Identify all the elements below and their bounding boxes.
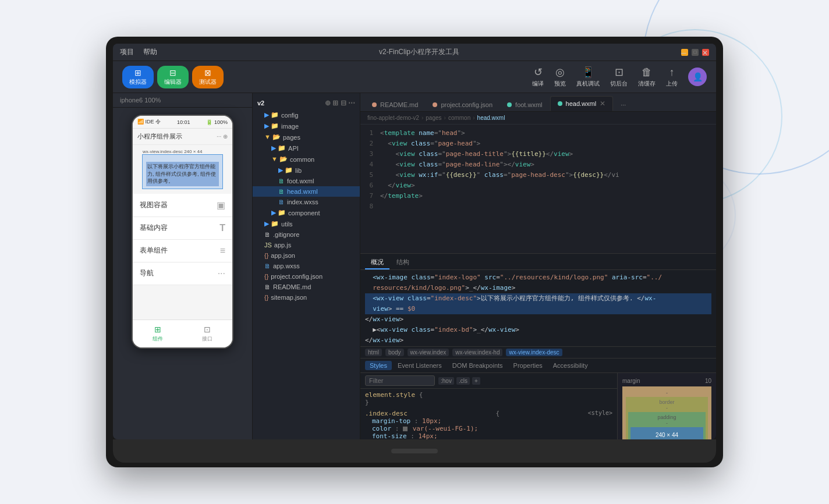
line-content-8 bbox=[380, 203, 384, 210]
background-button[interactable]: ⊡ 切后台 bbox=[610, 66, 628, 88]
filter-input[interactable] bbox=[365, 375, 435, 386]
elem-bc-wx-view-index-hd[interactable]: wx-view.index-hd bbox=[452, 349, 502, 356]
main-area: iphone6 100% 📶 IDE 令 10:01 🔋 100% 小程序组件展… bbox=[113, 93, 716, 439]
menu-item-view-container[interactable]: 视图容器 ▣ bbox=[133, 194, 232, 217]
highlight-label: wx-view.index-desc 240 × 44 bbox=[143, 149, 203, 154]
tab-head-wxml[interactable]: head.wxml ✕ bbox=[550, 96, 614, 111]
json-icon: {} bbox=[264, 252, 268, 259]
tree-common[interactable]: ▼ 📂 common bbox=[253, 154, 360, 165]
clear-cache-label: 清缓存 bbox=[638, 80, 656, 88]
filter-tags: :hov .cls + bbox=[438, 377, 480, 385]
bc-common: common bbox=[448, 115, 470, 121]
line-content-1: <template name="head"> bbox=[380, 129, 465, 137]
mode-tester-button[interactable]: ⊠ 测试器 bbox=[192, 66, 224, 88]
menu-item-help[interactable]: 帮助 bbox=[143, 47, 157, 57]
phone-device: 📶 IDE 令 10:01 🔋 100% 小程序组件展示 ··· ⊕ wx-vi bbox=[132, 115, 233, 349]
selector-2: .index-desc bbox=[365, 410, 408, 417]
tree-readme[interactable]: 🗎 README.md bbox=[253, 282, 360, 292]
tree-project-config[interactable]: {} project.config.json bbox=[253, 271, 360, 282]
upload-button[interactable]: ↑ 上传 bbox=[666, 66, 678, 88]
highlight-text-content: 以下将展示小程序官方组件能力, 组件样式仅供参考, 组件使用供参考。 bbox=[146, 162, 219, 186]
tree-component[interactable]: ▶ 📁 component bbox=[253, 207, 360, 218]
tree-lib-label: lib bbox=[295, 167, 302, 174]
tab-project-config[interactable]: project.config.json bbox=[426, 98, 499, 111]
tree-head-label: head.wxml bbox=[287, 188, 318, 195]
menu-item-basic-content[interactable]: 基础内容 T bbox=[133, 217, 232, 240]
style-tab-accessibility[interactable]: Accessibility bbox=[548, 361, 593, 370]
mode-simulator-button[interactable]: ⊞ 模拟器 bbox=[122, 66, 154, 88]
elem-bc-html[interactable]: html bbox=[365, 349, 382, 356]
filter-add[interactable]: + bbox=[472, 377, 480, 385]
style-tab-dom-breakpoints[interactable]: DOM Breakpoints bbox=[448, 361, 508, 370]
tab-readme[interactable]: README.md bbox=[365, 98, 425, 111]
menu-item-form[interactable]: 表单组件 ≡ bbox=[133, 240, 232, 262]
color-swatch bbox=[403, 427, 408, 431]
maximize-button[interactable]: □ bbox=[692, 49, 699, 56]
toolbar-actions: ↺ 编译 ◎ 预览 📱 真机调试 ⊡ 切后台 🗑 清缓存 bbox=[532, 66, 707, 88]
file-tree-root: v2 bbox=[257, 100, 264, 107]
tree-utils[interactable]: ▶ 📁 utils bbox=[253, 218, 360, 229]
tab-foot-wxml[interactable]: foot.wxml bbox=[500, 98, 549, 111]
menu-item-nav-icon: ··· bbox=[218, 268, 225, 279]
style-tab-event-listeners[interactable]: Event Listeners bbox=[393, 361, 447, 370]
simulator-icon: ⊞ bbox=[134, 68, 141, 77]
folder-open-icon: ▼ 📂 bbox=[271, 155, 288, 163]
tab-overview[interactable]: 概况 bbox=[365, 256, 389, 269]
nav-component-label: 组件 bbox=[153, 335, 163, 343]
tree-utils-label: utils bbox=[281, 221, 293, 228]
foot-wxml-tab-dot bbox=[507, 102, 512, 107]
mode-editor-button[interactable]: ⊟ 编辑器 bbox=[157, 66, 189, 88]
editor-tabs: README.md project.config.json foot.wxml … bbox=[360, 93, 716, 112]
tree-gitignore-label: .gitignore bbox=[273, 231, 299, 238]
elem-bc-wx-view-index-desc[interactable]: wx-view.index-desc bbox=[506, 349, 562, 356]
user-avatar[interactable]: 👤 bbox=[688, 68, 707, 86]
line-num-4: 4 bbox=[363, 161, 380, 168]
val-margin-top: 10px; bbox=[422, 417, 441, 425]
tree-index-wxss[interactable]: 🗎 index.wxss bbox=[253, 197, 360, 207]
filter-cls[interactable]: .cls bbox=[456, 377, 470, 385]
tab-close-icon[interactable]: ✕ bbox=[600, 100, 605, 108]
close-button[interactable]: ✕ bbox=[702, 49, 709, 56]
dom-line-5: </wx-view> bbox=[365, 314, 711, 325]
clear-cache-button[interactable]: 🗑 清缓存 bbox=[638, 66, 656, 88]
menu-item-project[interactable]: 项目 bbox=[120, 47, 134, 57]
tab-more[interactable]: ··· bbox=[614, 98, 633, 111]
dom-line-4: view> == $0 bbox=[365, 304, 711, 314]
tree-gitignore[interactable]: 🗎 .gitignore bbox=[253, 229, 360, 240]
preview-button[interactable]: ◎ 预览 bbox=[554, 66, 566, 88]
tree-app-json[interactable]: {} app.json bbox=[253, 250, 360, 261]
nav-component[interactable]: ⊞ 组件 bbox=[133, 320, 183, 347]
tab-structure[interactable]: 结构 bbox=[391, 256, 415, 269]
compile-button[interactable]: ↺ 编译 bbox=[532, 66, 544, 88]
tree-app-js[interactable]: JS app.js bbox=[253, 240, 360, 250]
tree-image[interactable]: ▶ 📁 image bbox=[253, 120, 360, 132]
tree-sitemap[interactable]: {} sitemap.json bbox=[253, 292, 360, 303]
phone-content: wx-view.index-desc 240 × 44 以下将展示小程序官方组件… bbox=[133, 145, 232, 320]
tree-pages[interactable]: ▼ 📂 pages bbox=[253, 132, 360, 143]
prop-color: color bbox=[372, 425, 391, 432]
tree-app-json-label: app.json bbox=[271, 252, 295, 259]
simulator-label: 模拟器 bbox=[129, 78, 147, 86]
minimize-button[interactable]: ─ bbox=[681, 49, 688, 56]
filter-hov[interactable]: :hov bbox=[438, 377, 454, 385]
elem-bc-body[interactable]: body bbox=[385, 349, 404, 356]
wxss-icon: 🗎 bbox=[278, 198, 285, 205]
style-tab-properties[interactable]: Properties bbox=[509, 361, 547, 370]
code-lines[interactable]: 1 <template name="head"> 2 <view class="… bbox=[360, 125, 716, 253]
project-config-tab-dot bbox=[433, 102, 437, 107]
tree-app-wxss[interactable]: 🗎 app.wxss bbox=[253, 261, 360, 271]
elem-bc-wx-view-index[interactable]: wx-view.index bbox=[408, 349, 449, 356]
tree-lib[interactable]: ▶ 📁 lib bbox=[253, 165, 360, 176]
device-debug-button[interactable]: 📱 真机调试 bbox=[576, 66, 600, 88]
style-tab-styles[interactable]: Styles bbox=[365, 361, 392, 370]
tree-foot-wxml[interactable]: 🗎 foot.wxml bbox=[253, 176, 360, 186]
bc-sep1: › bbox=[421, 115, 423, 121]
tree-head-wxml[interactable]: 🗎 head.wxml bbox=[253, 186, 360, 197]
menu-item-nav[interactable]: 导航 ··· bbox=[133, 262, 232, 285]
tree-foot-label: foot.wxml bbox=[287, 178, 314, 184]
content-dimensions: 240 × 44 bbox=[656, 432, 678, 438]
nav-interface[interactable]: ⊡ 接口 bbox=[183, 320, 233, 347]
toolbar: ⊞ 模拟器 ⊟ 编辑器 ⊠ 测试器 ↺ 编译 ◎ bbox=[113, 61, 716, 93]
tree-api[interactable]: ▶ 📁 API bbox=[253, 143, 360, 154]
tree-config[interactable]: ▶ 📁 config bbox=[253, 109, 360, 120]
